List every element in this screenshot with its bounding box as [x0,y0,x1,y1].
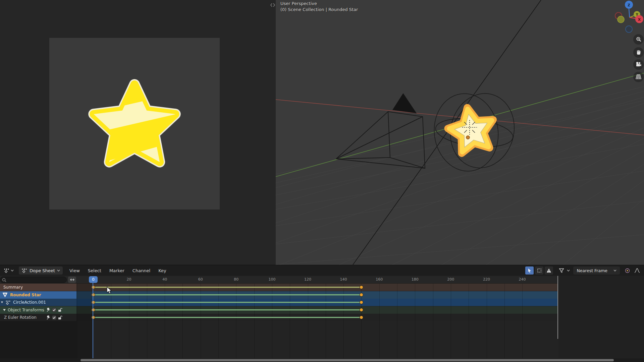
rendered-image [49,38,220,209]
origin-dot [466,136,470,139]
svg-text:X: X [638,17,641,22]
toggle-orthographic-button[interactable] [633,72,644,82]
selection-box-filter-button[interactable] [535,266,543,275]
channel-search-input[interactable] [0,277,67,283]
keyframe[interactable] [92,286,95,289]
chevron-down-icon [57,269,60,272]
falloff-curve-icon [634,268,640,273]
star-render [75,64,194,183]
modifier-wrench-icon[interactable] [46,315,51,320]
ruler-tick-label: 160 [376,277,383,282]
keyframe[interactable] [360,301,363,304]
constraint-relationship-line [353,0,541,265]
chevron-down-icon [11,269,14,272]
channel-enable-checkbox[interactable] [52,315,56,320]
keyframe[interactable] [360,316,363,319]
keyframe[interactable] [92,301,95,304]
show-errors-button[interactable] [545,266,553,275]
menu-channel[interactable]: Channel [128,266,154,275]
viewport-breadcrumb: (0) Scene Collection | Rounded Star [280,7,358,12]
chevron-down-icon[interactable] [567,269,570,272]
camera-up-triangle [392,93,417,113]
dope-sheet-header-right: Nearest Frame [525,266,644,275]
collapse-arrow-icon[interactable] [3,309,6,311]
channel-row-summary[interactable]: Summary [0,284,76,291]
snap-mode-dropdown[interactable]: Nearest Frame [573,266,620,275]
channel-row-object-transforms[interactable]: Object Transforms [0,306,76,314]
collapse-arrow-icon[interactable] [1,302,3,303]
svg-text:Z: Z [628,3,630,7]
ruler-tick-label: 100 [268,277,275,282]
gizmo-minus-z[interactable] [626,26,632,33]
channel-row-rounded-star[interactable]: Rounded Star [0,291,76,299]
ruler-tick-label: 140 [340,277,347,282]
keyframe[interactable] [92,308,95,312]
funnel-icon [559,268,564,273]
editor-type-selector[interactable] [2,266,15,275]
channel-column-empty [0,321,76,362]
object-triangle-icon [2,292,8,297]
viewport-perspective-label: User Perspective [280,1,317,6]
dope-sheet-editor: Dope Sheet View Select Marker Channel Ke… [0,265,644,362]
ruler-tick-label: 40 [162,277,167,282]
zoom-tool-button[interactable] [633,34,644,45]
camera-object[interactable] [336,93,425,168]
keyframe[interactable] [92,316,95,319]
gizmo-minus-y[interactable] [618,16,624,23]
channel-label: Summary [3,285,23,290]
chevron-down-icon [613,269,616,272]
ruler-tick-label: 220 [483,277,490,282]
blender-window: Y Z X User Perspective (0) Scene Collect… [0,0,644,362]
modifier-wrench-icon[interactable] [46,308,51,312]
menu-select[interactable]: Select [84,266,105,275]
navigation-gizmo[interactable]: Y Z X [615,1,643,33]
warning-icon [546,268,551,273]
menu-marker[interactable]: Marker [105,266,128,275]
image-editor-pane[interactable] [0,0,276,265]
proportional-edit-button[interactable] [623,266,632,275]
keyframe-lanes[interactable] [76,284,644,321]
dope-sheet-icon [4,268,10,273]
channel-row-z-euler-rotation[interactable]: Z Euler Rotation [0,314,76,321]
filter-button[interactable] [557,266,566,275]
playhead-line[interactable] [93,283,93,358]
proportional-falloff-button[interactable] [633,266,641,275]
channel-row-circleaction[interactable]: CircleAction.001 [0,299,76,306]
hand-icon [636,50,642,56]
area-resize-arrows-icon[interactable] [270,2,275,8]
keyframe[interactable] [360,308,363,312]
pan-tool-button[interactable] [633,47,644,58]
search-icon [2,278,6,282]
proportional-circle-icon [625,268,630,273]
dashed-box-icon [537,268,542,273]
expand-channels-button[interactable] [68,277,76,283]
channel-label: Rounded Star [10,293,41,297]
ruler-tick-label: 120 [304,277,311,282]
ruler-tick-label: 20 [127,277,131,282]
action-icon [5,300,11,305]
keyframe[interactable] [360,293,363,297]
ruler-tick-label: 80 [234,277,238,282]
zoom-icon [636,37,642,43]
ruler-tick-label: 200 [447,277,454,282]
channel-label: Z Euler Rotation [4,315,37,320]
only-selected-filter-button[interactable] [525,266,534,275]
menu-key[interactable]: Key [154,266,170,275]
double-arrow-icon [70,278,75,281]
keyframe[interactable] [360,286,363,289]
unlock-icon[interactable] [58,315,62,320]
menu-view[interactable]: View [65,266,84,275]
camera-view-button[interactable] [633,59,644,70]
ruler-tick-label: 60 [198,277,203,282]
unlock-icon[interactable] [58,308,62,312]
cursor-arrow-icon [527,268,532,273]
horizontal-scrollbar-thumb[interactable] [80,359,614,361]
dope-sheet-header: Dope Sheet View Select Marker Channel Ke… [0,265,644,276]
ruler-tick-label: 240 [519,277,526,282]
current-frame-badge[interactable]: 0 [89,276,98,283]
keyframe[interactable] [92,293,95,297]
channel-enable-checkbox[interactable] [52,308,56,312]
3d-viewport[interactable]: Y Z X User Perspective (0) Scene Collect… [276,0,644,265]
snap-mode-label: Nearest Frame [577,268,607,273]
dope-sheet-mode-dropdown[interactable]: Dope Sheet [19,266,63,275]
